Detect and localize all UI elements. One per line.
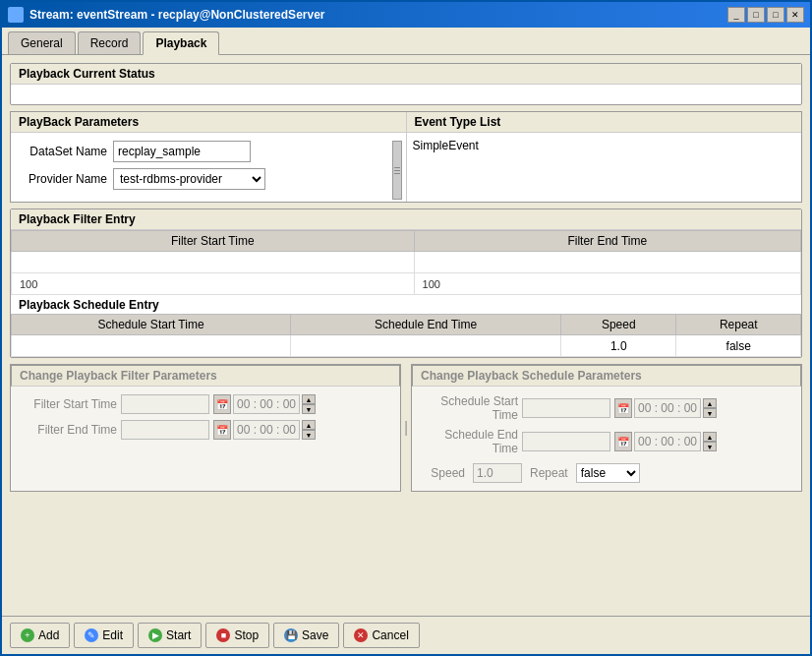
event-type-list: SimpleEvent	[407, 133, 802, 202]
add-label: Add	[38, 628, 59, 642]
sched-start-spin-down[interactable]: ▼	[703, 408, 717, 418]
params-section: PlayBack Parameters DataSet Name Provide…	[11, 112, 407, 202]
filter-end-spin-down[interactable]: ▼	[302, 430, 316, 440]
filter-start-cal-btn[interactable]: 📅	[213, 394, 231, 414]
filter-start-spin-up[interactable]: ▲	[302, 394, 316, 404]
schedule-table: Schedule Start Time Schedule End Time Sp…	[11, 314, 801, 357]
sched-start-cell[interactable]	[12, 335, 291, 357]
sched-col-speed: Speed	[561, 315, 676, 335]
main-content: Playback Current Status PlayBack Paramet…	[2, 55, 810, 616]
sched-end-cal-btn[interactable]: 📅	[614, 432, 632, 451]
stop-icon: ■	[216, 628, 230, 642]
filter-end-date-input[interactable]	[121, 420, 209, 440]
filter-title: Playback Filter Entry	[11, 209, 801, 230]
status-content	[11, 85, 801, 104]
footer: + Add ✎ Edit ▶ Start ■ Stop 💾 Save ✕ Can…	[2, 616, 810, 654]
filter-start-partial[interactable]: 100	[12, 273, 415, 295]
filter-end-time-wrap: 📅 ▲ ▼	[213, 420, 316, 440]
sched-start-time-wrap: 📅 ▲ ▼	[614, 398, 717, 418]
params-title: PlayBack Parameters	[11, 112, 406, 133]
start-button[interactable]: ▶ Start	[138, 623, 202, 648]
tab-record[interactable]: Record	[78, 31, 142, 54]
edit-button[interactable]: ✎ Edit	[74, 623, 134, 648]
restore-button[interactable]: □	[747, 7, 765, 23]
filter-end-spin-up[interactable]: ▲	[302, 420, 316, 430]
title-bar: Stream: eventStream - recplay@NonCluster…	[2, 2, 810, 28]
stop-button[interactable]: ■ Stop	[205, 623, 269, 648]
sched-repeat-cell[interactable]: false	[676, 335, 801, 357]
status-title: Playback Current Status	[11, 64, 801, 85]
repeat-select[interactable]: false true	[576, 463, 640, 483]
cancel-button[interactable]: ✕ Cancel	[343, 623, 419, 648]
table-row: 1.0 false	[12, 335, 801, 357]
sched-end-cell[interactable]	[291, 335, 561, 357]
change-filter-title: Change Playback Filter Parameters	[11, 365, 400, 387]
filter-end-cell[interactable]	[414, 252, 800, 273]
filter-content: Filter Start Time Filter End Time 100 10…	[11, 230, 801, 295]
dataset-input[interactable]	[113, 141, 251, 162]
filter-end-label: Filter End Time	[19, 423, 117, 437]
sched-start-time-input[interactable]	[634, 398, 701, 418]
stop-label: Stop	[234, 628, 259, 642]
window-controls: _ □ □ ✕	[727, 7, 804, 23]
cancel-label: Cancel	[372, 628, 408, 642]
maximize-button[interactable]: □	[767, 7, 784, 23]
add-button[interactable]: + Add	[10, 623, 70, 648]
repeat-label: Repeat	[530, 466, 568, 480]
filter-start-spin-down[interactable]: ▼	[302, 404, 316, 414]
close-button[interactable]: ✕	[786, 7, 804, 23]
sched-start-row: Schedule Start Time 📅 ▲ ▼	[420, 394, 793, 422]
filter-end-partial[interactable]: 100	[414, 273, 800, 295]
dataset-row: DataSet Name	[19, 141, 398, 162]
speed-input[interactable]	[473, 463, 522, 483]
table-row	[12, 252, 801, 273]
event-type-item[interactable]: SimpleEvent	[413, 139, 796, 152]
sched-start-cal-btn[interactable]: 📅	[614, 398, 632, 418]
change-schedule-box: Change Playback Schedule Parameters Sche…	[411, 364, 802, 492]
sched-end-label: Schedule End Time	[420, 428, 518, 455]
schedule-entry-title: Playback Schedule Entry	[11, 295, 801, 314]
save-button[interactable]: 💾 Save	[273, 623, 339, 648]
change-filter-box: Change Playback Filter Parameters Filter…	[10, 364, 401, 492]
tab-general[interactable]: General	[8, 31, 76, 54]
filter-end-cal-btn[interactable]: 📅	[213, 420, 231, 440]
sched-end-date-input[interactable]	[522, 432, 610, 451]
sched-end-spin-down[interactable]: ▼	[703, 442, 717, 451]
sched-col-repeat: Repeat	[676, 315, 801, 335]
params-scrollbar[interactable]	[392, 141, 402, 200]
filter-end-spinner: ▲ ▼	[302, 420, 316, 440]
window-title: Stream: eventStream - recplay@NonCluster…	[29, 8, 325, 22]
save-icon: 💾	[284, 628, 298, 642]
filter-start-time-input[interactable]	[233, 394, 300, 414]
provider-select[interactable]: test-rdbms-provider	[113, 168, 265, 190]
sched-start-label: Schedule Start Time	[420, 394, 518, 422]
tab-playback[interactable]: Playback	[143, 31, 219, 55]
filter-table: Filter Start Time Filter End Time 100 10…	[11, 230, 801, 295]
filter-start-spinner: ▲ ▼	[302, 394, 316, 414]
divider: |	[401, 364, 411, 492]
filter-start-label: Filter Start Time	[19, 397, 117, 411]
filter-start-date-input[interactable]	[121, 394, 209, 414]
filter-start-row: Filter Start Time 📅 ▲ ▼	[19, 394, 392, 414]
sched-col-end: Schedule End Time	[291, 315, 561, 335]
sched-col-start: Schedule Start Time	[12, 315, 291, 335]
minimize-button[interactable]: _	[727, 7, 745, 23]
sched-speed-cell[interactable]: 1.0	[561, 335, 676, 357]
app-icon	[8, 7, 24, 23]
event-type-section: Event Type List SimpleEvent	[407, 112, 802, 202]
sched-start-date-input[interactable]	[522, 398, 610, 418]
save-label: Save	[302, 628, 328, 642]
filter-end-time-input[interactable]	[233, 420, 300, 440]
event-type-title: Event Type List	[407, 112, 802, 133]
sched-end-spinner: ▲ ▼	[703, 432, 717, 451]
change-params-row: Change Playback Filter Parameters Filter…	[10, 364, 802, 492]
change-filter-content: Filter Start Time 📅 ▲ ▼ Filter End	[11, 387, 400, 447]
edit-icon: ✎	[85, 628, 98, 642]
sched-start-spinner: ▲ ▼	[703, 398, 717, 418]
filter-start-cell[interactable]	[12, 252, 415, 273]
params-inner: DataSet Name Provider Name test-rdbms-pr…	[11, 133, 406, 198]
sched-end-spin-up[interactable]: ▲	[703, 432, 717, 442]
sched-start-spin-up[interactable]: ▲	[703, 398, 717, 408]
sched-end-time-input[interactable]	[634, 432, 701, 451]
add-icon: +	[21, 628, 34, 642]
